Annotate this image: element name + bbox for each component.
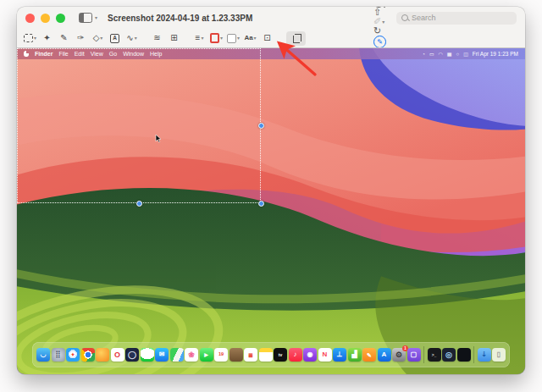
dark-app-icon[interactable] (457, 348, 471, 362)
opera-icon[interactable]: O (111, 348, 124, 362)
title-bar: ▾ Screenshot 2024-04-19 at 1.23.33PM i −… (17, 7, 525, 29)
adjust-size-tool[interactable]: ⊞ (168, 34, 180, 42)
launchpad-icon[interactable]: ⣿ (52, 348, 65, 362)
wifi-icon[interactable]: ◠ (439, 51, 443, 57)
markup-toolbar: ▾ ✦ ✎ ✑ ◇ ▾ A ∿ ▾ (17, 29, 525, 48)
mail-icon[interactable]: ✉ (155, 348, 169, 362)
reminders-icon[interactable]: ≣ (244, 348, 257, 362)
zoom-button[interactable] (56, 14, 65, 23)
mouse-cursor (155, 135, 162, 143)
preview-window: ▾ Screenshot 2024-04-19 at 1.23.33PM i −… (17, 7, 525, 374)
sidebar-toggle-button[interactable]: ▾ (79, 13, 97, 23)
podcasts-icon[interactable]: ◉ (303, 348, 317, 362)
numbers-icon[interactable]: ▟ (348, 348, 362, 362)
pages-icon[interactable]: ✎ (362, 348, 376, 362)
control-center-icon[interactable]: ◫ (463, 51, 468, 57)
finder-icon[interactable]: ◡ (36, 348, 50, 362)
journal-icon[interactable] (230, 348, 243, 362)
window-title: Screenshot 2024-04-19 at 1.23.33PM (108, 14, 252, 23)
draw-tool[interactable]: ✑ (75, 34, 87, 42)
chevron-down-icon: ▾ (95, 15, 97, 20)
close-button[interactable] (25, 14, 35, 23)
safari-icon[interactable]: ✦ (66, 348, 80, 362)
battery-icon[interactable]: ▭ (429, 51, 434, 57)
trash-icon[interactable]: ▯ (492, 348, 506, 362)
downloads-folder-icon[interactable]: ⇣ (478, 348, 491, 362)
selection-handle-bottom-right[interactable] (258, 201, 264, 207)
selection-tool[interactable]: ▾ (24, 34, 36, 42)
menu-bar-status-area: ◔▭◠▦○◫ Fri Apr 19 1:23 PM (422, 51, 518, 57)
annotate-tool[interactable]: ⊡ (261, 34, 274, 42)
shapes-tool[interactable]: ◇ ▾ (91, 34, 104, 42)
minimize-button[interactable] (41, 14, 50, 23)
search-icon (401, 14, 408, 21)
crop-selection-rectangle[interactable] (17, 48, 261, 203)
sidebar-icon (79, 13, 92, 23)
adjust-color-tool[interactable]: ≋ (151, 34, 163, 42)
orange-browser-icon[interactable] (96, 348, 109, 362)
dock-separator-1[interactable] (423, 346, 424, 363)
dock-separator-2[interactable] (473, 346, 474, 363)
text-style-tool[interactable]: Aa ▾ (244, 35, 257, 41)
search-input[interactable]: Search (396, 12, 517, 25)
purple-app-icon[interactable]: ▢ (407, 348, 421, 362)
maps-icon[interactable] (170, 348, 184, 362)
border-color-tool[interactable]: ▾ (210, 33, 223, 43)
crop-tool[interactable] (286, 31, 306, 46)
news-icon[interactable]: N (318, 348, 332, 362)
settings-icon[interactable]: ⚙ 1 (392, 348, 406, 362)
user-switch-icon[interactable]: ◔ (422, 52, 425, 57)
calendar-icon[interactable]: 19 (214, 348, 228, 362)
dock: ◡ ⣿ ✦ O (32, 342, 510, 367)
text-tool[interactable]: A (108, 34, 121, 43)
menu-bar-clock[interactable]: Fri Apr 19 1:23 PM (473, 51, 518, 57)
music-icon[interactable]: ♪ (289, 348, 302, 362)
screenshot-canvas[interactable]: FinderFileEditViewGoWindowHelp ◔▭◠▦○◫ Fr… (17, 48, 525, 374)
spotlight-icon[interactable]: ○ (456, 52, 460, 57)
display-icon[interactable]: ▦ (447, 51, 452, 57)
messages-icon[interactable] (141, 348, 154, 362)
shape-style-tool[interactable]: ≡ ▾ (193, 34, 206, 42)
sketch-tool[interactable]: ✎ (58, 34, 70, 42)
keynote-icon[interactable]: ⊥ (333, 348, 346, 362)
dark-globe-app-icon[interactable]: ◎ (442, 348, 456, 362)
search-placeholder: Search (412, 14, 436, 22)
dark-browser-icon[interactable]: ◯ (125, 348, 139, 362)
sign-tool[interactable]: ∿ ▾ (125, 34, 138, 42)
fill-color-tool[interactable]: ▾ (227, 34, 240, 43)
selection-handle-bottom-middle[interactable] (136, 201, 142, 207)
instant-alpha-tool[interactable]: ✦ (41, 34, 53, 42)
apple-tv-icon[interactable]: tv (274, 348, 287, 362)
facetime-icon[interactable]: ▶ (200, 348, 213, 362)
chrome-icon[interactable] (81, 348, 95, 362)
terminal-icon[interactable]: >_ (428, 348, 441, 362)
app-store-icon[interactable]: A (378, 348, 391, 362)
photos-icon[interactable]: ❀ (185, 348, 198, 362)
notes-icon[interactable] (259, 348, 273, 362)
selection-handle-right-middle[interactable] (258, 123, 264, 129)
